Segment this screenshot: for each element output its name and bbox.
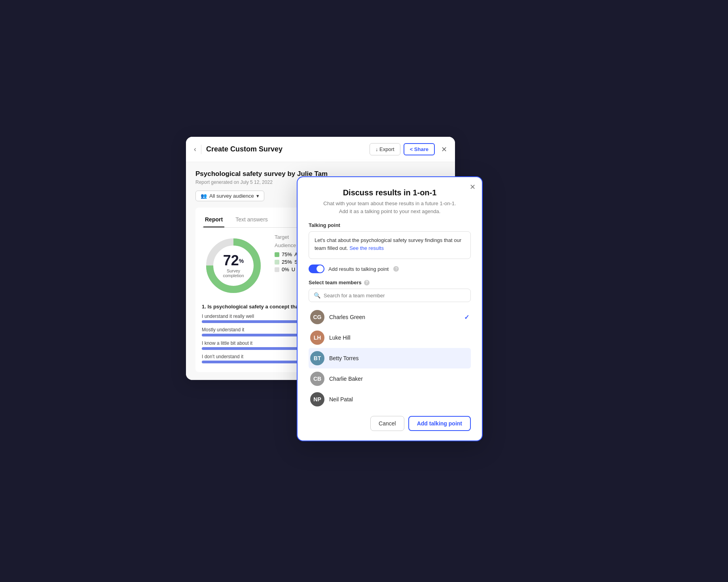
modal-close-button[interactable]: ✕ [470, 183, 476, 191]
header-actions: ↓ Export < Share ✕ [370, 143, 447, 155]
audience-selector[interactable]: 👥 All survey audience ▾ [195, 191, 264, 201]
modal-title: Discuss results in 1-on-1 [309, 188, 471, 197]
legend-dot-gray [275, 267, 279, 272]
back-button[interactable]: ‹ [194, 145, 196, 153]
survey-header: ‹ Create Custom Survey ↓ Export < Share … [186, 137, 455, 162]
select-team-label: Select team members [309, 280, 362, 285]
team-member-betty[interactable]: BT Betty Torres [309, 348, 471, 368]
member-name-neil: Neil Patal [329, 396, 469, 402]
talking-point-text: Let's chat about the psychological safet… [315, 237, 461, 251]
legend-percent-25: 25% [282, 259, 292, 265]
legend-label-u: U [292, 266, 295, 272]
cancel-button[interactable]: Cancel [370, 416, 404, 431]
donut-chart: 72% Survey completion [202, 234, 265, 297]
share-button[interactable]: < Share [404, 143, 435, 155]
tab-report[interactable]: Report [203, 212, 224, 227]
legend-percent-0: 0% [282, 266, 289, 272]
team-member-charlie[interactable]: CB Charlie Baker [309, 368, 471, 389]
member-name-luke: Luke Hill [329, 334, 469, 341]
target-label: Target [275, 234, 298, 240]
donut-label: Survey completion [218, 268, 249, 278]
search-input[interactable] [324, 293, 466, 299]
chevron-down-icon: ▾ [256, 193, 259, 199]
see-results-link[interactable]: See the results [349, 245, 384, 251]
audience-stat-label: Audience [275, 242, 298, 248]
bar-fill-2 [202, 334, 309, 336]
bar-fill-4 [202, 361, 301, 363]
avatar-betty: BT [310, 351, 324, 365]
legend-dot-light-green [275, 260, 279, 265]
talking-point-box[interactable]: Let's chat about the psychological safet… [309, 231, 471, 259]
toggle-row: Add results to talking point ? [309, 265, 471, 273]
team-member-charles[interactable]: CG Charles Green ✓ [309, 307, 471, 327]
tab-text-answers[interactable]: Text answers [234, 212, 269, 227]
team-member-list: CG Charles Green ✓ LH Luke Hill BT Betty… [309, 307, 471, 410]
donut-value: 72 [223, 252, 239, 268]
add-talking-point-button[interactable]: Add talking point [408, 416, 471, 431]
export-button[interactable]: ↓ Export [370, 143, 400, 155]
team-member-luke[interactable]: LH Luke Hill [309, 327, 471, 348]
avatar-charlie: CB [310, 372, 324, 386]
header-divider [201, 145, 201, 154]
legend-percent-75: 75% [282, 251, 292, 257]
toggle-thumb [317, 265, 324, 272]
search-box[interactable]: 🔍 [309, 289, 471, 302]
select-team-label-row: Select team members ? [309, 280, 471, 285]
member-name-charles: Charles Green [329, 314, 464, 320]
close-button[interactable]: ✕ [441, 143, 447, 155]
avatar-charles: CG [310, 310, 324, 324]
checkmark-charles: ✓ [464, 314, 469, 321]
page-title: Create Custom Survey [206, 145, 370, 153]
member-name-charlie: Charlie Baker [329, 376, 469, 382]
discuss-modal: ✕ Discuss results in 1-on-1 Chat with yo… [297, 176, 483, 441]
toggle-label: Add results to talking point [328, 266, 389, 272]
audience-label: All survey audience [209, 193, 254, 199]
donut-center: 72% Survey completion [218, 253, 249, 278]
audience-icon: 👥 [201, 193, 207, 199]
talking-point-label: Talking point [309, 222, 471, 228]
search-icon: 🔍 [314, 292, 320, 299]
add-results-toggle[interactable] [309, 265, 324, 273]
modal-subtitle: Chat with your team about these results … [309, 200, 471, 215]
member-name-betty: Betty Torres [329, 355, 469, 361]
select-help-icon: ? [364, 280, 370, 285]
legend-dot-green [275, 252, 279, 257]
avatar-luke: LH [310, 331, 324, 345]
modal-footer: Cancel Add talking point [309, 416, 471, 431]
team-member-neil[interactable]: NP Neil Patal [309, 389, 471, 410]
avatar-neil: NP [310, 392, 324, 406]
help-icon: ? [393, 266, 399, 272]
